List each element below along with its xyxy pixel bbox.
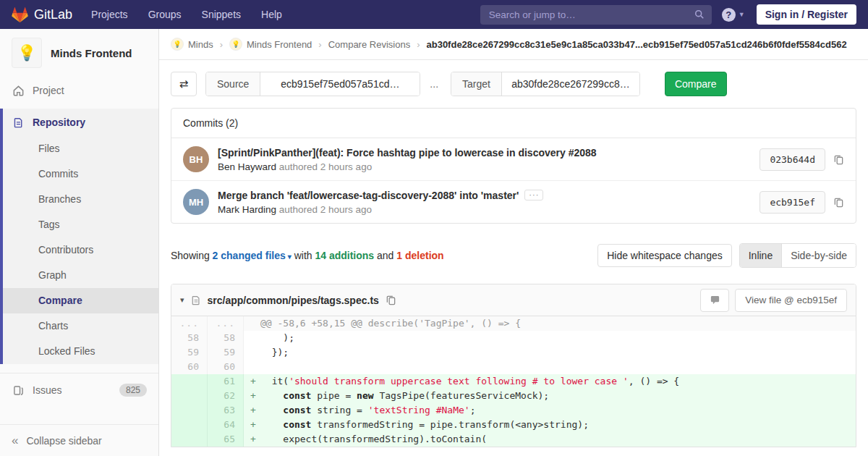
code-cell: @@ -58,6 +58,15 @@ describe('TagPipe', (… [244,316,856,331]
project-avatar: 💡 [12,38,42,68]
swap-revisions-button[interactable]: ⇄ [171,72,197,96]
breadcrumb-label: Compare Revisions [328,39,410,50]
old-line-number[interactable] [171,389,208,403]
view-file-button[interactable]: View file @ ecb915ef [735,289,847,312]
group-avatar-icon: 💡 [171,38,184,51]
target-input[interactable] [502,72,639,96]
breadcrumb-current-revisions: ab30fde28ce267299cc8c31e5e9c1a85ca033b47… [426,39,846,50]
source-input[interactable] [260,72,420,96]
sidebar-item-graph[interactable]: Graph [3,263,158,288]
diff-prefix: + [250,432,260,447]
new-line-number[interactable]: 64 [208,418,244,432]
new-line-number[interactable]: 65 [208,432,244,447]
code-cell: + const string = 'textString #NaMe'; [244,403,856,418]
sidebar-project-header[interactable]: 💡 Minds Frontend [0,29,158,77]
collapse-sidebar-button[interactable]: « Collapse sidebar [0,424,158,456]
old-line-number[interactable]: ... [171,316,208,331]
navbar-menu-help[interactable]: Help [261,9,282,20]
old-line-number[interactable] [171,403,208,418]
copy-sha-button[interactable] [833,197,844,208]
commit-author-link[interactable]: Mark Harding [218,204,276,215]
old-line-number[interactable]: 59 [171,345,208,360]
top-navbar: GitLab ProjectsGroupsSnippetsHelp ? ▼ Si… [0,0,868,29]
search-input[interactable] [488,9,694,21]
side-by-side-view-button[interactable]: Side-by-side [781,244,856,267]
diff-summary-bar: Showing 2 changed files▾ with 14 additio… [171,243,856,268]
diff-line: 62+ const pipe = new TagsPipe(featuresSe… [171,389,856,403]
new-line-number[interactable]: ... [208,316,244,331]
old-line-number[interactable]: 58 [171,331,208,345]
commit-sha-link[interactable]: 023b644d [760,148,825,171]
commit-title-link[interactable]: [Sprint/PinkPanther](feat): Force hashta… [218,147,597,159]
sidebar-item-locked-files[interactable]: Locked Files [3,339,158,364]
copy-sha-button[interactable] [833,154,844,165]
brand-text: GitLab [34,7,72,22]
sidebar-section-repository: Repository FilesCommitsBranchesTagsContr… [0,109,158,364]
gitlab-logo[interactable]: GitLab [12,7,72,23]
main-content: 💡Minds›💡Minds Frontend›Compare Revisions… [159,29,868,456]
sidebar-item-label: Project [33,85,64,96]
navbar-menu-snippets[interactable]: Snippets [202,9,241,20]
new-line-number[interactable]: 62 [208,389,244,403]
sidebar-item-project[interactable]: Project [0,77,158,104]
navbar-menu-groups[interactable]: Groups [148,9,182,20]
expand-commit-message-button[interactable]: ··· [524,190,543,200]
new-line-number[interactable]: 61 [208,374,244,389]
compare-page: ⇄ Source ... Target Compare Commits (2) … [159,60,868,456]
commit-sha-link[interactable]: ecb915ef [760,191,825,214]
issues-icon [12,385,25,396]
search-icon[interactable] [694,9,705,20]
sidebar-item-commits[interactable]: Commits [3,161,158,187]
sidebar-item-charts[interactable]: Charts [3,313,158,339]
chevrons-left-icon: « [12,434,18,447]
diff-header-actions: View file @ ecb915ef [700,289,847,312]
new-line-number[interactable]: 58 [208,331,244,345]
home-icon [12,85,25,97]
sidebar-item-repository[interactable]: Repository [3,109,158,136]
sidebar-item-label: Repository [33,117,85,128]
inline-view-button[interactable]: Inline [740,244,781,267]
new-line-number[interactable]: 60 [208,360,244,374]
new-line-number[interactable]: 59 [208,345,244,360]
collapse-file-caret-icon[interactable]: ▾ [180,295,184,305]
sidebar-item-issues[interactable]: Issues 825 [0,373,158,407]
old-line-number[interactable] [171,374,208,389]
changed-files-dropdown[interactable]: 2 changed files▾ [213,250,292,261]
sidebar-item-contributors[interactable]: Contributors [3,237,158,263]
compare-form: ⇄ Source ... Target Compare [171,72,856,96]
diff-file-panel: ▾ src/app/common/pipes/tags.spec.ts [171,284,856,447]
diff-line: 5858 ); [171,331,856,345]
commit-title-link[interactable]: Merge branch 'feat/lowercase-tag-discove… [218,190,519,201]
new-line-number[interactable]: 63 [208,403,244,418]
chevron-down-icon: ▼ [739,11,745,18]
hide-whitespace-button[interactable]: Hide whitespace changes [597,244,732,267]
commit-sha-group: ecb915ef [760,191,844,214]
code-cell: + const pipe = new TagsPipe(featuresServ… [244,389,856,403]
search-box[interactable] [480,5,712,25]
old-line-number[interactable] [171,418,208,432]
commit-author-link[interactable]: Ben Hayward [218,161,276,172]
source-input-group: Source [205,72,420,96]
old-line-number[interactable] [171,432,208,447]
sidebar-item-compare[interactable]: Compare [3,288,158,313]
help-menu[interactable]: ? ▼ [722,8,745,22]
toggle-comments-button[interactable] [700,289,729,312]
sidebar-item-tags[interactable]: Tags [3,212,158,237]
file-path[interactable]: src/app/common/pipes/tags.spec.ts [208,295,379,306]
sign-in-register-button[interactable]: Sign in / Register [757,4,856,25]
avatar: MH [183,189,209,215]
breadcrumb-item[interactable]: 💡Minds [171,38,213,51]
old-line-number[interactable]: 60 [171,360,208,374]
commit-meta: Ben Hayward authored 2 hours ago [218,161,748,172]
diff-line: 63+ const string = 'textString #NaMe'; [171,403,856,418]
breadcrumb-item[interactable]: Compare Revisions [328,39,410,50]
navbar-menu-projects[interactable]: Projects [91,9,128,20]
diff-line: 6060 [171,360,856,374]
sidebar-item-files[interactable]: Files [3,136,158,161]
diff-prefix: + [250,418,260,432]
copy-file-path-button[interactable] [386,295,396,305]
commit-meta: Mark Harding authored 2 hours ago [218,204,748,215]
sidebar-item-branches[interactable]: Branches [3,187,158,212]
compare-button[interactable]: Compare [665,72,727,96]
breadcrumb-item[interactable]: 💡Minds Frontend [229,38,312,51]
